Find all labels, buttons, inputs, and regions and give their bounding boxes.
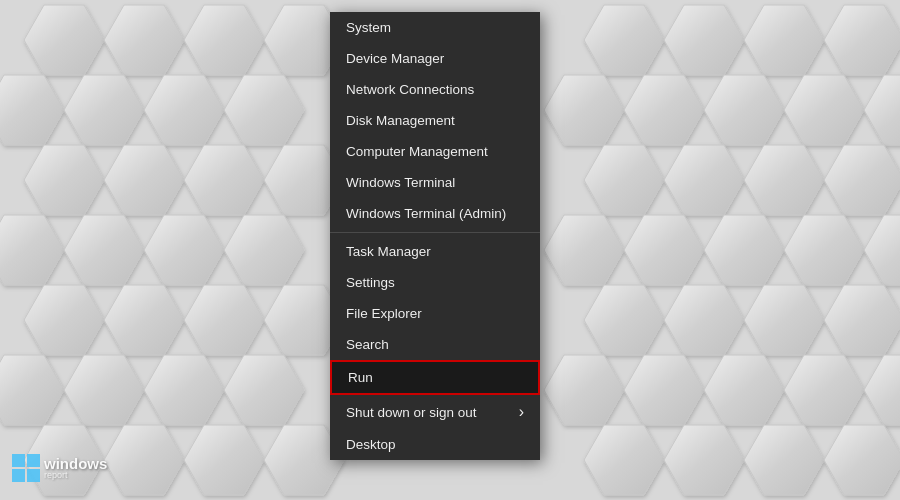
menu-item-device-manager[interactable]: Device Manager <box>330 43 540 74</box>
menu-item-computer-management[interactable]: Computer Management <box>330 136 540 167</box>
windows-brand-text: windows report <box>44 456 107 480</box>
menu-item-task-manager[interactable]: Task Manager <box>330 236 540 267</box>
menu-item-settings[interactable]: Settings <box>330 267 540 298</box>
menu-item-windows-terminal[interactable]: Windows Terminal <box>330 167 540 198</box>
context-menu: SystemDevice ManagerNetwork ConnectionsD… <box>330 12 540 460</box>
menu-item-system[interactable]: System <box>330 12 540 43</box>
menu-item-disk-management[interactable]: Disk Management <box>330 105 540 136</box>
windows-brand: windows report <box>12 454 107 482</box>
windows-logo-icon <box>12 454 40 482</box>
menu-divider-6 <box>330 232 540 233</box>
menu-item-desktop[interactable]: Desktop <box>330 429 540 460</box>
menu-item-network-connections[interactable]: Network Connections <box>330 74 540 105</box>
brand-name: windows <box>44 456 107 471</box>
menu-item-search[interactable]: Search <box>330 329 540 360</box>
menu-item-shut-down[interactable]: Shut down or sign out <box>330 395 540 429</box>
menu-item-run[interactable]: Run <box>330 360 540 395</box>
menu-item-file-explorer[interactable]: File Explorer <box>330 298 540 329</box>
menu-item-windows-terminal-admin[interactable]: Windows Terminal (Admin) <box>330 198 540 229</box>
brand-subtext: report <box>44 471 107 480</box>
